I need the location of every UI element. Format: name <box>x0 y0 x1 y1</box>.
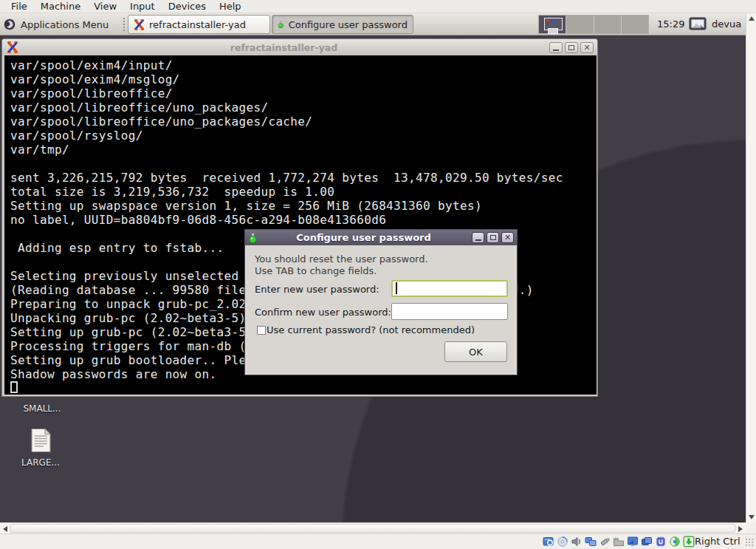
new-password-label: Enter new user password: <box>255 284 379 295</box>
desktop-icon-large[interactable]: LARGE... <box>11 457 70 468</box>
panel-clock[interactable]: 15:29 <box>657 13 684 35</box>
terminal-line: var/spool/libreoffice/uno_packages/cache… <box>10 115 597 129</box>
terminal-title: refractainstaller-yad <box>18 42 549 53</box>
terminal-line: var/spool/exim4/msglog/ <box>10 72 597 86</box>
scroll-right-button[interactable] <box>735 523 746 534</box>
terminal-line: total size is 3,219,536,732 speedup is 1… <box>10 185 597 199</box>
pager-mini-window <box>544 18 563 30</box>
terminal-line: Setting up swapspace version 1, size = 2… <box>10 199 597 213</box>
resize-grip[interactable] <box>745 538 755 548</box>
scroll-left-button[interactable] <box>0 523 10 534</box>
desktop-icon-small[interactable]: SMALL... <box>13 403 72 414</box>
text-caret <box>396 282 397 294</box>
xterm-icon <box>134 19 145 30</box>
display-icon[interactable] <box>627 536 639 548</box>
workspace-pager <box>538 15 649 34</box>
taskbar-window-label: refractainstaller-yad <box>149 19 246 30</box>
close-button[interactable]: ✕ <box>580 42 594 53</box>
workspace-2[interactable] <box>566 16 593 33</box>
terminal-line <box>10 381 597 395</box>
usb-icon[interactable] <box>599 536 611 548</box>
applications-menu-button[interactable]: Applications Menu <box>1 15 120 34</box>
menu-input[interactable]: Input <box>123 0 162 13</box>
menu-file[interactable]: File <box>4 0 34 13</box>
terminal-cursor <box>10 381 18 393</box>
flask-icon <box>278 19 284 30</box>
flask-icon <box>248 232 258 244</box>
maximize-button[interactable] <box>487 232 499 243</box>
vbox-status-icons <box>543 536 695 548</box>
scroll-up-button[interactable] <box>746 13 756 24</box>
maximize-button[interactable] <box>565 42 578 53</box>
menu-devices[interactable]: Devices <box>162 0 213 13</box>
dialog-titlebar[interactable]: Configure user password ✕ <box>245 230 517 245</box>
features-icon[interactable] <box>655 536 667 548</box>
menu-view[interactable]: View <box>87 0 123 13</box>
recording-icon[interactable] <box>641 536 653 548</box>
minimize-button[interactable] <box>549 42 563 53</box>
use-current-password-checkbox[interactable] <box>257 326 266 335</box>
applications-menu-logo-icon <box>4 18 16 30</box>
panel-separator <box>123 17 126 32</box>
optical-drives-icon[interactable] <box>557 536 568 548</box>
horizontal-scrollbar[interactable] <box>0 522 746 533</box>
terminal-line: sent 3,226,215,792 bytes received 1,772,… <box>10 171 597 185</box>
minimize-button[interactable] <box>472 232 484 243</box>
taskbar-window-terminal[interactable]: refractainstaller-yad <box>128 15 270 34</box>
panel-user-label: devua <box>712 13 741 35</box>
desktop: refractainstaller-yad ✕ var/spool/exim4/… <box>0 35 746 522</box>
xterm-icon <box>7 41 18 53</box>
confirm-password-input[interactable] <box>391 303 508 320</box>
scrollbar-corner <box>746 522 756 533</box>
scroll-down-button[interactable] <box>746 512 756 522</box>
vm-viewport: Applications Menu refractainstaller-yad … <box>0 13 746 522</box>
terminal-line: var/tmp/ <box>10 143 597 157</box>
ok-button[interactable]: OK <box>444 341 507 362</box>
applications-menu-label: Applications Menu <box>21 19 109 30</box>
hard-disks-icon[interactable] <box>543 536 554 548</box>
host-key-label: Right Ctrl <box>695 534 740 549</box>
workspace-4[interactable] <box>621 16 648 33</box>
dialog-message-line: You should reset the user password. <box>255 253 428 265</box>
confirm-password-label: Confirm new user password: <box>255 307 391 318</box>
terminal-line: no label, UUID=ba804bf9-06d8-456c-a294-b… <box>10 213 597 227</box>
close-button[interactable]: ✕ <box>501 232 514 243</box>
keyboard-capture-icon[interactable] <box>683 536 695 548</box>
terminal-line <box>10 157 597 171</box>
terminal-line: var/spool/libreoffice/ <box>10 86 597 100</box>
workspace-3[interactable] <box>594 16 621 33</box>
audio-icon[interactable] <box>571 536 583 548</box>
use-current-password-label: Use current password? (not recommended) <box>267 324 475 335</box>
dialog-message: You should reset the user password. Use … <box>255 253 428 276</box>
dialog-message-line: Use TAB to change fields. <box>255 265 428 277</box>
terminal-line: var/spool/rsyslog/ <box>10 129 597 143</box>
terminal-titlebar[interactable]: refractainstaller-yad ✕ <box>2 39 597 55</box>
shared-folders-icon[interactable] <box>613 536 625 548</box>
vertical-scrollbar[interactable] <box>746 13 756 522</box>
mouse-integration-icon[interactable] <box>669 536 681 548</box>
menu-help[interactable]: Help <box>213 0 248 13</box>
new-password-input[interactable] <box>391 280 508 297</box>
network-icon[interactable] <box>585 536 597 548</box>
dialog-title: Configure user password <box>258 232 470 243</box>
scrollbar-thumb[interactable] <box>10 524 735 533</box>
password-dialog: Configure user password ✕ You should res… <box>244 229 518 375</box>
screenshot-tray-icon[interactable] <box>689 16 707 33</box>
terminal-line: var/spool/libreoffice/uno_packages/ <box>10 100 597 115</box>
document-icon[interactable] <box>30 428 52 453</box>
taskbar-window-dialog[interactable]: Configure user password <box>272 15 413 34</box>
vbox-menubar: FileMachineViewInputDevicesHelp <box>0 0 756 13</box>
menu-machine[interactable]: Machine <box>34 0 87 13</box>
taskbar: Applications Menu refractainstaller-yad … <box>0 13 746 35</box>
workspace-1[interactable] <box>539 16 566 33</box>
taskbar-window-label: Configure user password <box>289 19 408 30</box>
vbox-statusbar: Right Ctrl <box>0 533 756 549</box>
terminal-line: var/spool/exim4/input/ <box>10 58 597 72</box>
